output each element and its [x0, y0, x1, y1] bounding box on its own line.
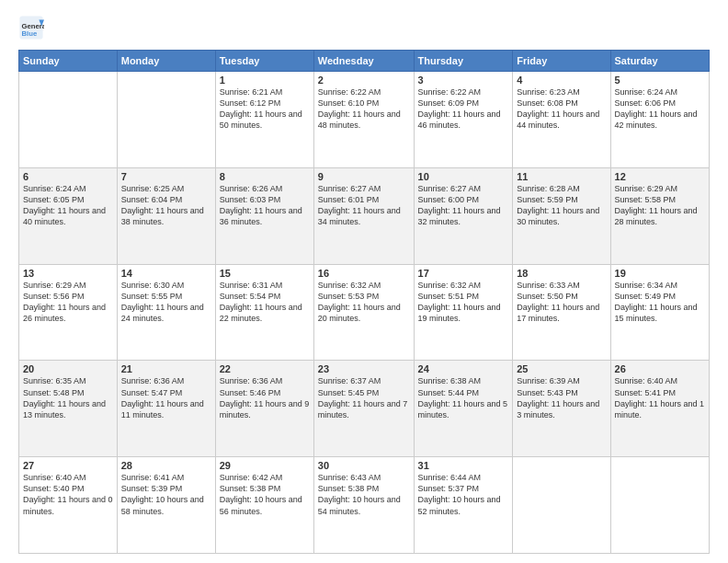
day-number: 14 [121, 268, 211, 279]
day-info: Sunrise: 6:22 AM Sunset: 6:10 PM Dayligh… [318, 86, 410, 132]
calendar-cell: 18Sunrise: 6:33 AM Sunset: 5:50 PM Dayli… [513, 264, 610, 361]
calendar-cell: 1Sunrise: 6:21 AM Sunset: 6:12 PM Daylig… [215, 72, 313, 168]
day-number: 21 [121, 363, 211, 374]
day-info: Sunrise: 6:36 AM Sunset: 5:47 PM Dayligh… [121, 375, 211, 420]
calendar-cell: 14Sunrise: 6:30 AM Sunset: 5:55 PM Dayli… [117, 264, 215, 361]
day-number: 1 [220, 75, 310, 86]
day-number: 25 [517, 363, 606, 374]
day-info: Sunrise: 6:42 AM Sunset: 5:38 PM Dayligh… [220, 472, 310, 517]
calendar-cell [610, 457, 709, 554]
day-info: Sunrise: 6:34 AM Sunset: 5:49 PM Dayligh… [615, 280, 705, 325]
calendar-cell: 2Sunrise: 6:22 AM Sunset: 6:10 PM Daylig… [313, 72, 414, 168]
calendar-cell: 17Sunrise: 6:32 AM Sunset: 5:51 PM Dayli… [414, 264, 513, 361]
day-info: Sunrise: 6:30 AM Sunset: 5:55 PM Dayligh… [121, 280, 211, 325]
calendar-table: SundayMondayTuesdayWednesdayThursdayFrid… [18, 50, 710, 554]
calendar-day-header: Friday [513, 51, 610, 72]
calendar-cell: 21Sunrise: 6:36 AM Sunset: 5:47 PM Dayli… [117, 361, 215, 457]
calendar-header-row: SundayMondayTuesdayWednesdayThursdayFrid… [19, 51, 710, 72]
logo: General Blue [18, 15, 48, 40]
day-number: 8 [220, 171, 310, 182]
day-info: Sunrise: 6:21 AM Sunset: 6:12 PM Dayligh… [220, 86, 310, 132]
day-info: Sunrise: 6:27 AM Sunset: 6:00 PM Dayligh… [418, 183, 509, 228]
day-info: Sunrise: 6:27 AM Sunset: 6:01 PM Dayligh… [318, 183, 410, 228]
day-info: Sunrise: 6:37 AM Sunset: 5:45 PM Dayligh… [318, 375, 410, 420]
calendar-cell [19, 72, 118, 168]
day-number: 4 [517, 75, 606, 86]
calendar-cell: 9Sunrise: 6:27 AM Sunset: 6:01 PM Daylig… [313, 167, 414, 264]
day-number: 2 [318, 75, 410, 86]
day-info: Sunrise: 6:35 AM Sunset: 5:48 PM Dayligh… [23, 375, 113, 420]
calendar-cell: 12Sunrise: 6:29 AM Sunset: 5:58 PM Dayli… [610, 167, 709, 264]
calendar-cell: 19Sunrise: 6:34 AM Sunset: 5:49 PM Dayli… [610, 264, 709, 361]
day-info: Sunrise: 6:24 AM Sunset: 6:05 PM Dayligh… [23, 183, 113, 228]
day-number: 15 [220, 268, 310, 279]
calendar-week-row: 20Sunrise: 6:35 AM Sunset: 5:48 PM Dayli… [19, 361, 710, 457]
day-info: Sunrise: 6:41 AM Sunset: 5:39 PM Dayligh… [121, 472, 211, 517]
day-number: 13 [23, 268, 113, 279]
day-number: 24 [418, 363, 509, 374]
day-number: 31 [418, 460, 509, 471]
calendar-cell: 25Sunrise: 6:39 AM Sunset: 5:43 PM Dayli… [513, 361, 610, 457]
calendar-cell: 8Sunrise: 6:26 AM Sunset: 6:03 PM Daylig… [215, 167, 313, 264]
day-number: 26 [615, 363, 705, 374]
day-number: 28 [121, 460, 211, 471]
day-number: 7 [121, 171, 211, 182]
calendar-cell: 24Sunrise: 6:38 AM Sunset: 5:44 PM Dayli… [414, 361, 513, 457]
day-info: Sunrise: 6:32 AM Sunset: 5:53 PM Dayligh… [318, 280, 410, 325]
calendar-week-row: 1Sunrise: 6:21 AM Sunset: 6:12 PM Daylig… [19, 72, 710, 168]
day-info: Sunrise: 6:26 AM Sunset: 6:03 PM Dayligh… [220, 183, 310, 228]
calendar-cell: 3Sunrise: 6:22 AM Sunset: 6:09 PM Daylig… [414, 72, 513, 168]
day-info: Sunrise: 6:31 AM Sunset: 5:54 PM Dayligh… [220, 280, 310, 325]
day-number: 5 [615, 75, 705, 86]
day-info: Sunrise: 6:28 AM Sunset: 5:59 PM Dayligh… [517, 183, 606, 228]
header: General Blue [18, 15, 710, 40]
calendar-day-header: Tuesday [215, 51, 313, 72]
page: General Blue SundayMondayTuesdayWednesda… [0, 0, 728, 563]
day-number: 6 [23, 171, 113, 182]
day-number: 22 [220, 363, 310, 374]
day-number: 29 [220, 460, 310, 471]
day-number: 16 [318, 268, 410, 279]
calendar-week-row: 13Sunrise: 6:29 AM Sunset: 5:56 PM Dayli… [19, 264, 710, 361]
calendar-cell [117, 72, 215, 168]
calendar-cell: 31Sunrise: 6:44 AM Sunset: 5:37 PM Dayli… [414, 457, 513, 554]
day-number: 3 [418, 75, 509, 86]
day-info: Sunrise: 6:29 AM Sunset: 5:56 PM Dayligh… [23, 280, 113, 325]
calendar-cell: 23Sunrise: 6:37 AM Sunset: 5:45 PM Dayli… [313, 361, 414, 457]
calendar-cell: 13Sunrise: 6:29 AM Sunset: 5:56 PM Dayli… [19, 264, 118, 361]
logo-icon: General Blue [18, 15, 44, 40]
day-info: Sunrise: 6:32 AM Sunset: 5:51 PM Dayligh… [418, 280, 509, 325]
day-number: 20 [23, 363, 113, 374]
day-number: 9 [318, 171, 410, 182]
calendar-cell [513, 457, 610, 554]
calendar-cell: 7Sunrise: 6:25 AM Sunset: 6:04 PM Daylig… [117, 167, 215, 264]
calendar-day-header: Thursday [414, 51, 513, 72]
calendar-cell: 26Sunrise: 6:40 AM Sunset: 5:41 PM Dayli… [610, 361, 709, 457]
day-info: Sunrise: 6:23 AM Sunset: 6:08 PM Dayligh… [517, 86, 606, 132]
calendar-cell: 11Sunrise: 6:28 AM Sunset: 5:59 PM Dayli… [513, 167, 610, 264]
calendar-cell: 6Sunrise: 6:24 AM Sunset: 6:05 PM Daylig… [19, 167, 118, 264]
day-info: Sunrise: 6:36 AM Sunset: 5:46 PM Dayligh… [220, 375, 310, 420]
day-number: 17 [418, 268, 509, 279]
day-number: 27 [23, 460, 113, 471]
day-info: Sunrise: 6:22 AM Sunset: 6:09 PM Dayligh… [418, 86, 509, 132]
day-number: 30 [318, 460, 410, 471]
calendar-day-header: Monday [117, 51, 215, 72]
day-info: Sunrise: 6:40 AM Sunset: 5:41 PM Dayligh… [615, 375, 705, 420]
day-number: 23 [318, 363, 410, 374]
calendar-day-header: Wednesday [313, 51, 414, 72]
day-info: Sunrise: 6:33 AM Sunset: 5:50 PM Dayligh… [517, 280, 606, 325]
calendar-cell: 22Sunrise: 6:36 AM Sunset: 5:46 PM Dayli… [215, 361, 313, 457]
day-info: Sunrise: 6:25 AM Sunset: 6:04 PM Dayligh… [121, 183, 211, 228]
day-info: Sunrise: 6:40 AM Sunset: 5:40 PM Dayligh… [23, 472, 113, 517]
day-number: 12 [615, 171, 705, 182]
calendar-cell: 16Sunrise: 6:32 AM Sunset: 5:53 PM Dayli… [313, 264, 414, 361]
day-number: 10 [418, 171, 509, 182]
calendar-cell: 10Sunrise: 6:27 AM Sunset: 6:00 PM Dayli… [414, 167, 513, 264]
calendar-day-header: Sunday [19, 51, 118, 72]
day-info: Sunrise: 6:24 AM Sunset: 6:06 PM Dayligh… [615, 86, 705, 132]
calendar-week-row: 6Sunrise: 6:24 AM Sunset: 6:05 PM Daylig… [19, 167, 710, 264]
calendar-cell: 28Sunrise: 6:41 AM Sunset: 5:39 PM Dayli… [117, 457, 215, 554]
calendar-cell: 5Sunrise: 6:24 AM Sunset: 6:06 PM Daylig… [610, 72, 709, 168]
calendar-cell: 27Sunrise: 6:40 AM Sunset: 5:40 PM Dayli… [19, 457, 118, 554]
